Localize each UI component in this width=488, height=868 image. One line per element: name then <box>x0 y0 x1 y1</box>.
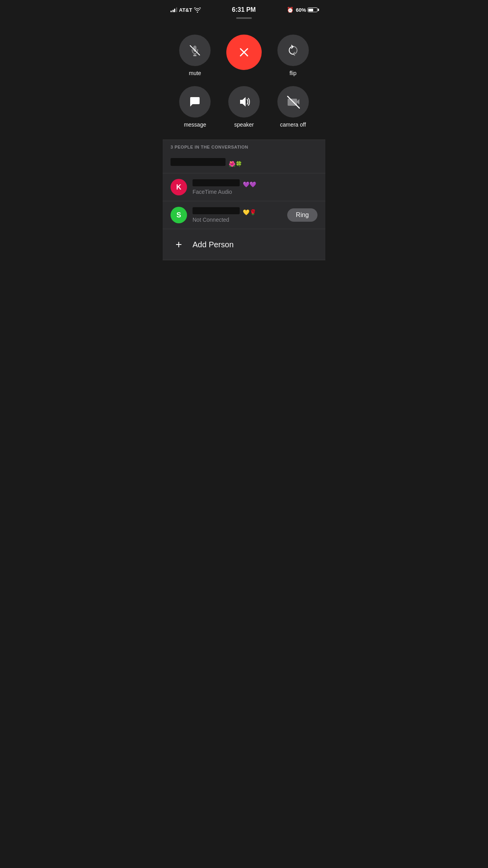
participant-2-row: K 💜💜 FaceTime Audio <box>163 173 325 201</box>
signal-bar-1 <box>171 11 172 12</box>
camera-off-icon <box>286 95 300 109</box>
end-call-icon <box>236 44 252 61</box>
conversation-header: 3 PEOPLE IN THE CONVERSATION <box>163 140 325 153</box>
participant-3-name-redacted <box>193 207 240 214</box>
mute-icon <box>188 43 202 57</box>
end-call-button[interactable] <box>226 35 262 76</box>
add-person-row[interactable]: + Add Person <box>163 229 325 260</box>
ring-button[interactable]: Ring <box>287 208 317 222</box>
participant-3-info: 💛🌹 Not Connected <box>193 207 287 223</box>
participant-2-name-redacted <box>193 179 240 186</box>
time-display: 6:31 PM <box>232 6 255 13</box>
message-icon <box>188 95 202 109</box>
camera-off-label: camera off <box>280 121 306 128</box>
drag-indicator <box>236 17 252 19</box>
controls-section: mute flip <box>163 27 325 140</box>
signal-bar-2 <box>172 10 174 12</box>
flip-icon <box>286 43 300 57</box>
camera-off-circle <box>277 86 309 118</box>
add-person-icon: + <box>171 236 187 253</box>
conversation-section: 3 PEOPLE IN THE CONVERSATION 🌺🍀 K 💜💜 Fac… <box>163 140 325 260</box>
bottom-area <box>163 260 325 339</box>
end-call-circle <box>226 35 262 70</box>
participant-2-status: FaceTime Audio <box>193 189 317 195</box>
camera-off-button[interactable]: camera off <box>277 86 309 128</box>
participant-1-info: 🌺🍀 <box>171 158 317 167</box>
speaker-circle <box>228 86 260 118</box>
participant-1-name-redacted <box>171 158 226 166</box>
participant-3-name: 💛🌹 <box>193 207 287 216</box>
alarm-icon: ⏰ <box>287 7 294 13</box>
speaker-icon <box>237 95 251 109</box>
mute-label: mute <box>189 70 201 76</box>
participant-2-info: 💜💜 FaceTime Audio <box>193 179 317 195</box>
mute-circle <box>179 35 211 66</box>
signal-bars <box>171 7 177 12</box>
status-right: ⏰ 60% <box>287 7 317 13</box>
battery-icon <box>308 7 317 12</box>
participant-row: 🌺🍀 <box>163 153 325 173</box>
battery-fill <box>308 9 313 11</box>
participant-3-row: S 💛🌹 Not Connected Ring <box>163 201 325 229</box>
mute-button[interactable]: mute <box>179 35 211 76</box>
battery-container: 60% <box>296 7 317 13</box>
participant-3-status: Not Connected <box>193 217 287 223</box>
participant-2-avatar: K <box>171 179 187 195</box>
message-label: message <box>184 121 206 128</box>
message-button[interactable]: message <box>179 86 211 128</box>
flip-button[interactable]: flip <box>277 35 309 76</box>
signal-bar-4 <box>176 7 177 12</box>
participant-1-name: 🌺🍀 <box>171 158 317 167</box>
wifi-icon <box>194 7 201 13</box>
participant-2-name: 💜💜 <box>193 179 317 188</box>
flip-circle <box>277 35 309 66</box>
speaker-button[interactable]: speaker <box>228 86 260 128</box>
flip-label: flip <box>290 70 297 76</box>
status-bar: AT&T 6:31 PM ⏰ 60% <box>163 0 325 17</box>
controls-grid: mute flip <box>174 35 314 128</box>
carrier-label: AT&T <box>179 7 193 13</box>
speaker-label: speaker <box>234 121 254 128</box>
message-circle <box>179 86 211 118</box>
status-left: AT&T <box>171 7 201 13</box>
add-person-label: Add Person <box>193 240 234 249</box>
plus-icon: + <box>176 239 182 250</box>
signal-bar-3 <box>174 9 175 12</box>
participant-3-avatar: S <box>171 207 187 223</box>
battery-percentage: 60% <box>296 7 306 13</box>
